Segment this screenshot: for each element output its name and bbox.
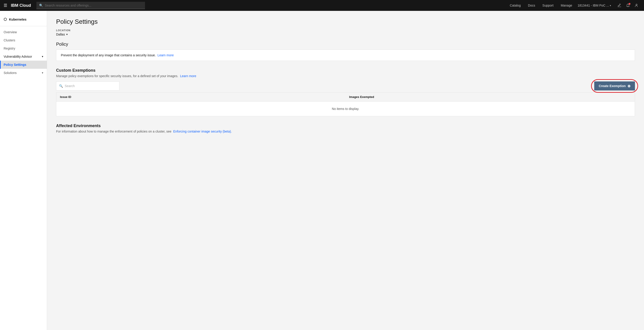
policy-text: Prevent the deployment of any image that… <box>61 54 156 57</box>
menu-icon[interactable]: ☰ <box>4 3 7 8</box>
sidebar-item-clusters[interactable]: Clusters <box>0 36 47 44</box>
nav-docs[interactable]: Docs <box>525 0 538 11</box>
nav-links: Catalog Docs Support Manage <box>507 0 575 11</box>
affected-environments-title: Affected Environments <box>56 124 635 128</box>
affected-environments-section: Affected Environments For information ab… <box>56 124 635 133</box>
notification-badge <box>628 3 630 5</box>
search-icon: 🔍 <box>39 4 43 7</box>
custom-exemptions-title: Custom Exemptions <box>56 68 635 73</box>
location-chevron-icon: ▾ <box>66 33 68 36</box>
sidebar-solutions-header[interactable]: Solutions ▾ <box>0 69 47 77</box>
kubernetes-icon: ⬡ <box>4 17 7 22</box>
sidebar-solutions-label: Solutions <box>4 71 17 75</box>
table-header-issue-id: Issue ID <box>56 92 346 101</box>
app-layout: ⬡ Kubernetes Overview Clusters Registry … <box>0 11 644 330</box>
sidebar-vulnerability-advisor-header[interactable]: Vulnerability Advisor ▾ <box>0 52 47 60</box>
search-input[interactable] <box>45 4 142 7</box>
create-exemption-label: Create Exemption <box>599 84 626 88</box>
create-exemption-plus-icon: ⊕ <box>628 84 630 88</box>
account-switcher[interactable]: 1813441 - IBM PoC ... ▾ <box>575 4 614 7</box>
sidebar-divider <box>0 26 47 26</box>
account-name: 1813441 - IBM PoC ... <box>578 4 609 7</box>
nav-support[interactable]: Support <box>540 0 556 11</box>
table-header: Issue ID Images Exempted <box>56 92 635 102</box>
brand-logo: IBM Cloud <box>11 3 31 8</box>
global-search[interactable]: 🔍 <box>36 2 145 9</box>
policy-section-title: Policy <box>56 42 635 47</box>
header-icons <box>616 2 640 9</box>
table-empty-message: No items to display. <box>56 102 635 116</box>
enforcing-security-link[interactable]: Enforcing container image security (beta… <box>173 130 232 133</box>
exemptions-search-input[interactable] <box>65 84 116 88</box>
location-value-text: Dallas <box>56 32 65 36</box>
sidebar-item-registry[interactable]: Registry <box>0 44 47 52</box>
edit-icon[interactable] <box>616 2 623 9</box>
create-exemption-button[interactable]: Create Exemption ⊕ <box>594 82 635 90</box>
solutions-chevron-icon: ▾ <box>42 71 43 74</box>
location-selector[interactable]: Dallas ▾ <box>56 32 635 36</box>
notification-icon[interactable] <box>624 2 632 9</box>
exemptions-search-box[interactable]: 🔍 <box>56 82 120 90</box>
kubernetes-label: Kubernetes <box>9 18 26 21</box>
custom-exemptions-description: Manage policy exemptions for specific se… <box>56 74 635 78</box>
exemptions-toolbar: 🔍 Create Exemption ⊕ <box>56 82 635 90</box>
sidebar-kubernetes-header[interactable]: ⬡ Kubernetes <box>0 14 47 24</box>
table-header-images-exempted: Images Exempted <box>346 92 635 101</box>
page-title: Policy Settings <box>56 18 635 25</box>
nav-catalog[interactable]: Catalog <box>507 0 524 11</box>
account-chevron-icon: ▾ <box>610 4 611 7</box>
vulnerability-chevron-icon: ▾ <box>42 55 43 58</box>
top-navigation: ☰ IBM Cloud 🔍 Catalog Docs Support Manag… <box>0 0 644 11</box>
policy-description-box: Prevent the deployment of any image that… <box>56 50 635 61</box>
exemptions-search-icon: 🔍 <box>59 84 63 88</box>
sidebar: ⬡ Kubernetes Overview Clusters Registry … <box>0 11 47 330</box>
policy-learn-more-link[interactable]: Learn more <box>158 54 174 57</box>
sidebar-item-policy-settings[interactable]: Policy Settings <box>0 60 47 69</box>
custom-exemptions-learn-more-link[interactable]: Learn more <box>180 74 196 78</box>
location-label: LOCATION <box>56 29 635 32</box>
affected-desc-text: For information about how to manage the … <box>56 130 172 133</box>
create-exemption-wrapper: Create Exemption ⊕ <box>594 82 635 90</box>
affected-environments-description: For information about how to manage the … <box>56 130 635 133</box>
sidebar-item-overview[interactable]: Overview <box>0 28 47 36</box>
user-icon[interactable] <box>633 2 640 9</box>
nav-manage[interactable]: Manage <box>558 0 575 11</box>
custom-exemptions-desc-text: Manage policy exemptions for specific se… <box>56 74 178 78</box>
exemptions-table: Issue ID Images Exempted No items to dis… <box>56 92 635 116</box>
sidebar-vulnerability-label: Vulnerability Advisor <box>4 55 32 58</box>
main-content: Policy Settings LOCATION Dallas ▾ Policy… <box>47 11 644 330</box>
